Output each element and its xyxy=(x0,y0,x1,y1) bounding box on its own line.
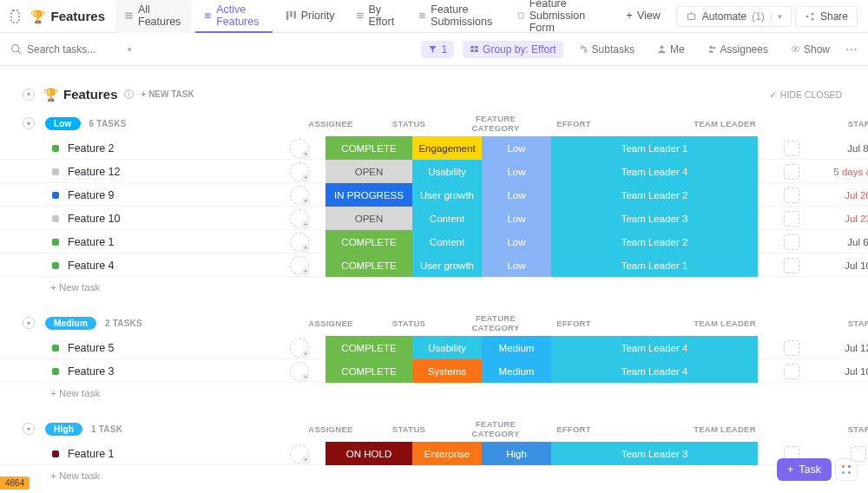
due-date-cell[interactable]: Jul 8 xyxy=(825,143,868,154)
column-header[interactable]: STATUS xyxy=(365,424,452,434)
due-date-cell[interactable]: Jul 12 xyxy=(825,343,868,353)
status-pill[interactable]: OPEN xyxy=(326,160,412,183)
subtasks-chip[interactable]: Subtasks xyxy=(572,41,641,58)
leader-pill[interactable]: Team Leader 1 xyxy=(551,136,758,160)
category-pill[interactable]: User growth xyxy=(412,253,482,277)
start-date-cell[interactable] xyxy=(758,364,825,379)
task-name-cell[interactable]: Feature 5 xyxy=(0,342,273,354)
collapse-group-icon[interactable]: ▾ xyxy=(23,117,35,129)
assignee-cell[interactable] xyxy=(273,256,326,275)
assignee-cell[interactable] xyxy=(273,209,326,228)
filter-count-chip[interactable]: 1 xyxy=(421,41,454,58)
info-icon[interactable] xyxy=(123,89,135,100)
task-name-cell[interactable]: Feature 4 xyxy=(0,260,273,272)
task-name-cell[interactable]: Feature 1 xyxy=(0,448,273,460)
assignee-placeholder-icon[interactable] xyxy=(290,256,309,275)
category-pill[interactable]: User growth xyxy=(412,183,482,207)
tab-priority[interactable]: Priority xyxy=(276,0,344,33)
tab-by-effort[interactable]: By Effort xyxy=(347,0,407,33)
collapse-group-icon[interactable]: ▾ xyxy=(23,423,35,435)
effort-pill[interactable]: Low xyxy=(482,183,551,207)
effort-pill[interactable]: Medium xyxy=(482,336,551,359)
show-chip[interactable]: Show xyxy=(784,41,837,58)
column-header[interactable]: ASSIGNEE xyxy=(305,319,357,328)
new-task-link[interactable]: + NEW TASK xyxy=(141,89,194,99)
task-row[interactable]: Feature 12 OPEN Usability Low Team Leade… xyxy=(0,160,868,183)
tab-active-features[interactable]: Active Features xyxy=(195,0,272,33)
column-header[interactable]: START DATE xyxy=(841,319,868,328)
leader-pill[interactable]: Team Leader 4 xyxy=(551,359,758,383)
start-date-cell[interactable] xyxy=(758,258,825,273)
tab-all-features[interactable]: All Features xyxy=(115,0,192,33)
group-badge[interactable]: High xyxy=(45,423,82,436)
assignee-cell[interactable] xyxy=(273,139,326,158)
assignee-placeholder-icon[interactable] xyxy=(290,233,309,252)
assignee-placeholder-icon[interactable] xyxy=(290,362,309,381)
status-pill[interactable]: IN PROGRESS xyxy=(326,183,412,207)
column-header[interactable]: EFFORT xyxy=(539,424,608,434)
effort-pill[interactable]: Low xyxy=(482,160,551,183)
create-task-button[interactable]: + Task xyxy=(777,458,832,481)
task-name-cell[interactable]: Feature 9 xyxy=(0,189,273,201)
status-pill[interactable]: COMPLETE xyxy=(326,136,412,160)
category-pill[interactable]: Enterprise xyxy=(412,442,482,465)
start-date-cell[interactable] xyxy=(758,164,825,180)
task-name-cell[interactable]: Feature 12 xyxy=(0,166,273,178)
start-date-cell[interactable] xyxy=(758,141,825,156)
automate-button[interactable]: Automate (1) | ▾ xyxy=(676,6,792,27)
column-header[interactable]: ASSIGNEE xyxy=(305,424,357,434)
tab-feature-submission-form[interactable]: Feature Submission Form xyxy=(509,0,615,33)
more-icon[interactable]: ⋯ xyxy=(845,43,858,56)
task-row[interactable]: Feature 9 IN PROGRESS User growth Low Te… xyxy=(0,183,868,207)
effort-pill[interactable]: Low xyxy=(482,253,551,277)
leader-pill[interactable]: Team Leader 3 xyxy=(551,442,758,465)
task-row[interactable]: Feature 1 ON HOLD Enterprise High Team L… xyxy=(0,442,868,465)
task-row[interactable]: Feature 1 COMPLETE Content Low Team Lead… xyxy=(0,230,868,253)
status-pill[interactable]: OPEN xyxy=(326,207,412,230)
column-header[interactable]: START DATE xyxy=(841,424,868,434)
status-pill[interactable]: COMPLETE xyxy=(326,230,412,253)
leader-pill[interactable]: Team Leader 3 xyxy=(551,207,758,230)
search-input[interactable] xyxy=(27,43,122,56)
assignee-placeholder-icon[interactable] xyxy=(290,339,309,358)
status-pill[interactable]: COMPLETE xyxy=(326,336,412,359)
leader-pill[interactable]: Team Leader 2 xyxy=(551,183,758,207)
column-header[interactable]: TEAM LEADER xyxy=(617,319,832,328)
due-date-cell[interactable]: 5 days ago xyxy=(825,167,868,177)
assignee-placeholder-icon[interactable] xyxy=(290,444,309,463)
hide-closed-button[interactable]: ✓ HIDE CLOSED xyxy=(769,89,842,100)
category-pill[interactable]: Usability xyxy=(412,336,482,359)
start-date-cell[interactable] xyxy=(758,340,825,356)
column-header[interactable]: FEATURE CATEGORY xyxy=(461,114,530,133)
assignee-cell[interactable] xyxy=(273,444,326,463)
leader-pill[interactable]: Team Leader 4 xyxy=(551,160,758,183)
apps-grid-button[interactable] xyxy=(835,458,858,481)
column-header[interactable]: STATUS xyxy=(365,119,452,128)
group-by-chip[interactable]: Group by: Effort xyxy=(463,41,563,58)
task-name-cell[interactable]: Feature 2 xyxy=(0,142,273,154)
due-date-cell[interactable]: Jul 6 xyxy=(825,237,868,247)
category-pill[interactable]: Engagement xyxy=(412,136,482,160)
assignee-cell[interactable] xyxy=(273,233,326,252)
chevron-down-icon[interactable]: ▾ xyxy=(128,45,132,54)
category-pill[interactable]: Usability xyxy=(412,160,482,183)
new-task-row[interactable]: + New task xyxy=(0,383,868,404)
assignee-placeholder-icon[interactable] xyxy=(290,139,309,158)
task-name-cell[interactable]: Feature 10 xyxy=(0,213,273,225)
assignee-cell[interactable] xyxy=(273,186,326,205)
column-header[interactable]: ASSIGNEE xyxy=(305,119,357,128)
task-row[interactable]: Feature 2 COMPLETE Engagement Low Team L… xyxy=(0,136,868,160)
group-badge[interactable]: Medium xyxy=(45,317,96,330)
assignees-chip[interactable]: Assignees xyxy=(700,41,775,58)
column-header[interactable]: FEATURE CATEGORY xyxy=(461,419,530,438)
collapse-all-icon[interactable]: ▾ xyxy=(23,89,35,101)
status-pill[interactable]: ON HOLD xyxy=(326,442,412,465)
group-badge[interactable]: Low xyxy=(45,117,81,130)
effort-pill[interactable]: Low xyxy=(482,207,551,230)
leader-pill[interactable]: Team Leader 2 xyxy=(551,230,758,253)
task-row[interactable]: Feature 10 OPEN Content Low Team Leader … xyxy=(0,207,868,230)
assignee-cell[interactable] xyxy=(273,339,326,358)
start-date-cell[interactable] xyxy=(758,211,825,227)
new-task-row[interactable]: + New task xyxy=(0,277,868,298)
due-date-cell[interactable]: Jul 10 xyxy=(825,260,868,271)
